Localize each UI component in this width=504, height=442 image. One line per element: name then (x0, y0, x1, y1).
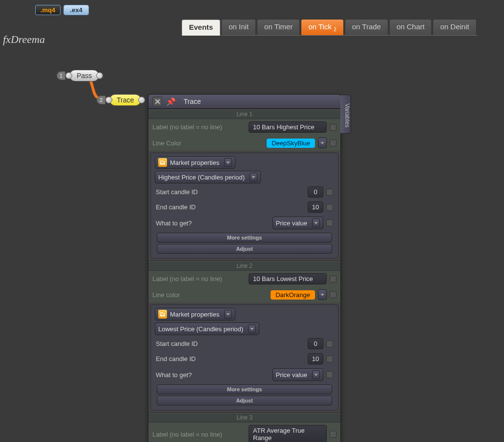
line1-source-type-dropdown[interactable]: 🗂 Market properties (155, 156, 235, 169)
ex4-button[interactable]: .ex4 (63, 5, 89, 15)
line1-price-dropdown[interactable]: Highest Price (Candles period) (155, 171, 261, 183)
trace-properties-panel: ✕ 📌 Trace Variables Line 1 Label (no lab… (148, 94, 341, 442)
tab-on-deinit[interactable]: on Deinit (433, 19, 476, 35)
line2-end-candle-label: End candle ID (156, 355, 305, 362)
panel-title: Trace (184, 98, 201, 105)
line1-label-checkbox[interactable] (330, 124, 336, 131)
canvas[interactable]: 1 Pass 2 Trace ✕ 📌 Trace Variables Line … (0, 36, 504, 442)
node-pass-output-connector[interactable] (96, 72, 103, 79)
header: .mq4 .ex4 Events on Init on Timer on Tic… (0, 0, 504, 36)
line1-start-candle-input[interactable]: 0 (308, 186, 323, 198)
line1-source-panel: 🗂 Market properties Highest Price (Candl… (150, 153, 338, 259)
line2-color-dropdown[interactable] (318, 289, 327, 300)
line1-label-field-label: Label (no label = no line) (152, 123, 246, 131)
line2-price-dropdown[interactable]: Lowest Price (Candles period) (155, 322, 259, 335)
line1-section: Line 1 Label (no label = no line) 10 Bar… (148, 109, 340, 259)
line2-start-candle-checkbox[interactable] (326, 341, 333, 347)
line1-label-input[interactable]: 10 Bars Highest Price (249, 121, 327, 133)
line2-label-input[interactable]: 10 Bars Lowest Price (249, 273, 327, 284)
variables-side-tab[interactable]: Variables (340, 95, 351, 134)
line2-source-panel: 🗂 Market properties Lowest Price (Candle… (150, 304, 338, 410)
line2-end-candle-checkbox[interactable] (326, 356, 333, 362)
node-trace-label: Trace (109, 94, 141, 106)
tab-on-init[interactable]: on Init (221, 19, 256, 35)
line2-what-to-get-dropdown[interactable]: Price value (273, 368, 323, 381)
line1-start-candle-checkbox[interactable] (326, 189, 333, 196)
line2-adjust-button[interactable]: Adjust (157, 396, 332, 405)
panel-titlebar[interactable]: ✕ 📌 Trace (148, 95, 340, 109)
pin-icon[interactable]: 📌 (166, 97, 176, 106)
tab-on-tick[interactable]: on Tick 2 (301, 19, 343, 35)
line2-start-candle-input[interactable]: 0 (308, 338, 323, 349)
line3-section: Line 3 Label (no label = no line) ATR Av… (148, 412, 340, 442)
node-trace[interactable]: 2 Trace (97, 94, 145, 106)
line1-adjust-button[interactable]: Adjust (157, 244, 332, 254)
node-trace-number: 2 (97, 96, 105, 104)
topbar: .mq4 .ex4 (0, 0, 504, 15)
market-icon: 🗂 (158, 158, 167, 167)
tab-events[interactable]: Events (182, 20, 220, 36)
event-tabs: Events on Init on Timer on Tick 2 on Tra… (182, 19, 478, 36)
node-pass[interactable]: 1 Pass (57, 70, 103, 81)
node-pass-label: Pass (69, 70, 99, 81)
line2-section: Line 2 Label (no label = no line) 10 Bar… (148, 261, 340, 410)
node-pass-number: 1 (57, 71, 65, 80)
line1-color-dropdown[interactable] (318, 138, 327, 148)
line1-color-chip[interactable]: DeepSkyBlue (267, 139, 315, 148)
line3-header: Line 3 (148, 413, 340, 422)
node-pass-input-connector[interactable] (65, 72, 72, 79)
line1-what-to-get-label: What to get? (156, 220, 270, 227)
line1-end-candle-label: End candle ID (156, 203, 305, 211)
line3-label-field-label: Label (no label = no line) (152, 431, 246, 438)
line2-color-label: Line color (152, 291, 268, 299)
tab-on-chart[interactable]: on Chart (389, 19, 432, 35)
node-trace-output-connector[interactable] (138, 97, 145, 103)
line1-end-candle-checkbox[interactable] (326, 204, 333, 211)
line2-what-to-get-label: What to get? (156, 371, 270, 379)
tab-on-timer[interactable]: on Timer (257, 19, 300, 35)
tab-on-trade[interactable]: on Trade (345, 19, 388, 35)
line1-what-to-get-dropdown[interactable]: Price value (273, 217, 323, 229)
line1-start-candle-label: Start candle ID (156, 188, 305, 196)
line3-label-checkbox[interactable] (330, 431, 336, 438)
close-icon[interactable]: ✕ (152, 97, 162, 106)
mq4-button[interactable]: .mq4 (35, 5, 61, 15)
line2-start-candle-label: Start candle ID (156, 340, 305, 347)
market-icon: 🗂 (158, 310, 167, 319)
line1-color-checkbox[interactable] (330, 140, 336, 146)
line1-what-to-get-checkbox[interactable] (326, 220, 333, 226)
line2-color-checkbox[interactable] (330, 291, 336, 298)
line2-source-type-dropdown[interactable]: 🗂 Market properties (155, 308, 235, 321)
line1-end-candle-input[interactable]: 10 (308, 201, 323, 213)
line2-label-field-label: Label (no label = no line) (152, 275, 246, 282)
line2-header: Line 2 (148, 261, 340, 271)
line2-end-candle-input[interactable]: 10 (308, 353, 323, 364)
line3-label-input[interactable]: ATR Average True Range (249, 425, 327, 442)
line2-more-settings-button[interactable]: More settings (157, 384, 332, 394)
file-buttons: .mq4 .ex4 (35, 5, 89, 15)
node-trace-input-connector[interactable] (105, 97, 112, 103)
line2-what-to-get-checkbox[interactable] (326, 371, 333, 378)
line1-color-label: Line Color (152, 140, 264, 147)
line1-header: Line 1 (148, 109, 340, 119)
line2-color-chip[interactable]: DarkOrange (271, 290, 315, 300)
line2-label-checkbox[interactable] (330, 276, 336, 282)
line1-more-settings-button[interactable]: More settings (157, 233, 332, 242)
